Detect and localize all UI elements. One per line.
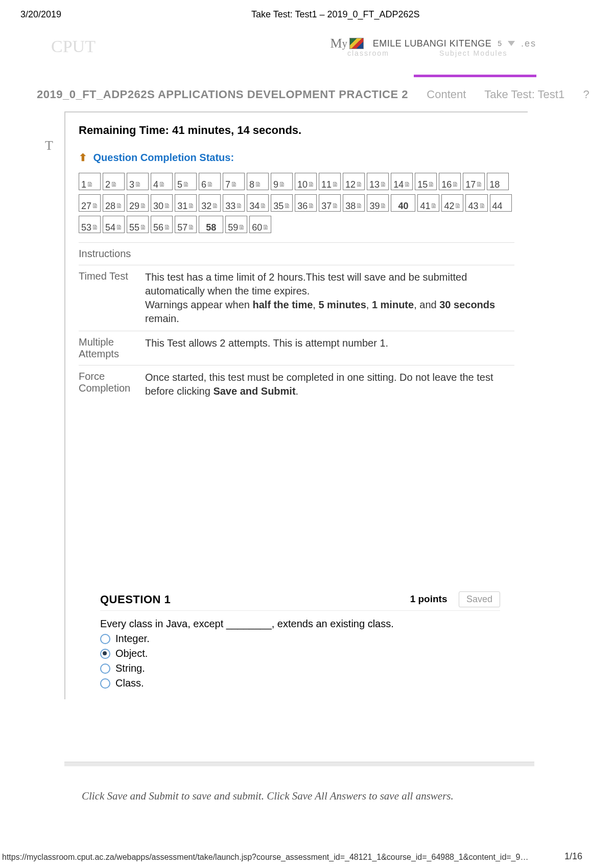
institution-logo: CPUT xyxy=(51,37,96,56)
option-label: String. xyxy=(115,663,145,674)
question-nav-41[interactable]: 41🗎 xyxy=(417,194,439,212)
question-nav-8[interactable]: 8🗎 xyxy=(247,173,269,190)
radio-icon[interactable] xyxy=(100,678,110,689)
faded-text-2: Subject Modules xyxy=(439,49,508,57)
question-navigator: 1🗎2🗎3🗎4🗎5🗎6🗎7🗎8🗎9🗎10🗎11🗎12🗎13🗎14🗎15🗎16🗎1… xyxy=(79,173,514,237)
instruction-value: This test has a time limit of 2 hours.Th… xyxy=(145,270,510,326)
course-title[interactable]: 2019_0_FT_ADP262S APPLICATIONS DEVELOPME… xyxy=(37,88,408,101)
radio-icon[interactable] xyxy=(100,634,110,644)
instruction-value: Once started, this test must be complete… xyxy=(145,371,510,398)
page-number: 1/16 xyxy=(564,851,582,862)
instruction-key: Force Completion xyxy=(79,371,145,398)
instruction-row: Multiple AttemptsThis Test allows 2 atte… xyxy=(79,331,514,365)
question-nav-4[interactable]: 4🗎 xyxy=(151,173,173,190)
question-nav-33[interactable]: 33🗎 xyxy=(223,194,245,212)
instruction-value: This Test allows 2 attempts. This is att… xyxy=(145,336,510,360)
question-nav-3[interactable]: 3🗎 xyxy=(127,173,149,190)
instructions-block: Instructions Timed TestThis test has a t… xyxy=(79,242,514,403)
question-nav-54[interactable]: 54🗎 xyxy=(103,216,125,233)
question-nav-28[interactable]: 28🗎 xyxy=(103,194,125,212)
question-nav-6[interactable]: 6🗎 xyxy=(199,173,221,190)
saved-badge: Saved xyxy=(459,591,500,607)
question-nav-17[interactable]: 17🗎 xyxy=(463,173,485,190)
instruction-row: Timed TestThis test has a time limit of … xyxy=(79,265,514,331)
question-nav-12[interactable]: 12🗎 xyxy=(343,173,365,190)
question-nav-2[interactable]: 2🗎 xyxy=(103,173,125,190)
question-nav-37[interactable]: 37🗎 xyxy=(319,194,341,212)
question-nav-9[interactable]: 9🗎 xyxy=(271,173,293,190)
question-nav-38[interactable]: 38🗎 xyxy=(343,194,365,212)
divider-bar xyxy=(64,762,534,766)
question-nav-30[interactable]: 30🗎 xyxy=(151,194,173,212)
radio-icon[interactable] xyxy=(100,664,110,674)
question-nav-34[interactable]: 34🗎 xyxy=(247,194,269,212)
answer-option[interactable]: Class. xyxy=(100,677,500,689)
instruction-row: Force CompletionOnce started, this test … xyxy=(79,365,514,403)
question-nav-57[interactable]: 57🗎 xyxy=(175,216,197,233)
question-nav-13[interactable]: 13🗎 xyxy=(367,173,389,190)
question-nav-40[interactable]: 40 xyxy=(391,194,415,212)
question-nav-36[interactable]: 36🗎 xyxy=(295,194,317,212)
question-nav-31[interactable]: 31🗎 xyxy=(175,194,197,212)
breadcrumb-take-test[interactable]: Take Test: Test1 xyxy=(484,88,564,101)
question-nav-58[interactable]: 58 xyxy=(199,216,223,233)
question-text: Every class in Java, except ________, ex… xyxy=(100,618,500,630)
help-icon[interactable]: ? xyxy=(583,88,589,101)
qcs-text: Question Completion Status: xyxy=(93,152,234,163)
question-nav-10[interactable]: 10🗎 xyxy=(295,173,317,190)
breadcrumb: 2019_0_FT_ADP262S APPLICATIONS DEVELOPME… xyxy=(37,88,590,101)
question-nav-32[interactable]: 32🗎 xyxy=(199,194,221,212)
breadcrumb-content[interactable]: Content xyxy=(427,88,466,101)
answer-option[interactable]: String. xyxy=(100,663,500,674)
active-tab-indicator xyxy=(414,75,536,77)
question-nav-60[interactable]: 60🗎 xyxy=(249,216,271,233)
question-points: 1 points xyxy=(410,593,447,604)
user-name[interactable]: EMILE LUBANGI KITENGE xyxy=(373,38,492,49)
completion-status-header[interactable]: ⬆ Question Completion Status: xyxy=(79,151,514,164)
instruction-key: Multiple Attempts xyxy=(79,336,145,360)
question-nav-53[interactable]: 53🗎 xyxy=(79,216,101,233)
question-nav-35[interactable]: 35🗎 xyxy=(271,194,293,212)
remaining-time: Remaining Time: 41 minutes, 14 seconds. xyxy=(79,124,514,137)
question-nav-18[interactable]: 18 xyxy=(487,173,509,190)
instruction-key: Timed Test xyxy=(79,270,145,326)
question-nav-14[interactable]: 14🗎 xyxy=(391,173,413,190)
question-nav-1[interactable]: 1🗎 xyxy=(79,173,101,190)
option-label: Integer. xyxy=(115,633,150,645)
collapse-icon[interactable]: ⬆ xyxy=(79,152,87,163)
question-nav-11[interactable]: 11🗎 xyxy=(319,173,341,190)
page-url: https://myclassroom.cput.ac.za/webapps/a… xyxy=(2,853,528,862)
question-box: QUESTION 1 1 points Saved Every class in… xyxy=(84,587,509,699)
timer-min: 41 xyxy=(172,124,184,136)
radio-icon[interactable] xyxy=(100,649,110,659)
flag-icon xyxy=(349,38,364,49)
timer-sec: 14 xyxy=(237,124,249,136)
question-nav-56[interactable]: 56🗎 xyxy=(151,216,173,233)
my-y: y xyxy=(342,38,347,50)
question-nav-5[interactable]: 5🗎 xyxy=(175,173,197,190)
my-m: M xyxy=(331,36,342,51)
chevron-down-icon[interactable] xyxy=(508,41,515,46)
question-nav-44[interactable]: 44 xyxy=(490,194,512,212)
option-label: Class. xyxy=(115,677,144,689)
faded-text-1: classroom xyxy=(347,49,389,57)
question-nav-27[interactable]: 27🗎 xyxy=(79,194,101,212)
question-nav-59[interactable]: 59🗎 xyxy=(225,216,247,233)
notif-count[interactable]: 5 xyxy=(498,39,502,48)
answer-option[interactable]: Integer. xyxy=(100,633,500,645)
timer-sec-lab: seconds. xyxy=(253,124,301,136)
question-nav-7[interactable]: 7🗎 xyxy=(223,173,245,190)
question-nav-15[interactable]: 15🗎 xyxy=(415,173,437,190)
question-nav-39[interactable]: 39🗎 xyxy=(367,194,389,212)
timer-label: Remaining Time: xyxy=(79,124,169,136)
answer-option[interactable]: Object. xyxy=(100,648,500,659)
question-nav-55[interactable]: 55🗎 xyxy=(127,216,149,233)
question-nav-42[interactable]: 42🗎 xyxy=(441,194,463,212)
question-nav-29[interactable]: 29🗎 xyxy=(127,194,149,212)
footer-instructions: Click Save and Submit to save and submit… xyxy=(82,790,454,803)
print-date: 3/20/2019 xyxy=(20,9,61,20)
answer-options: Integer.Object.String.Class. xyxy=(100,633,500,689)
question-nav-43[interactable]: 43🗎 xyxy=(465,194,487,212)
question-title: QUESTION 1 xyxy=(100,593,171,606)
question-nav-16[interactable]: 16🗎 xyxy=(439,173,461,190)
